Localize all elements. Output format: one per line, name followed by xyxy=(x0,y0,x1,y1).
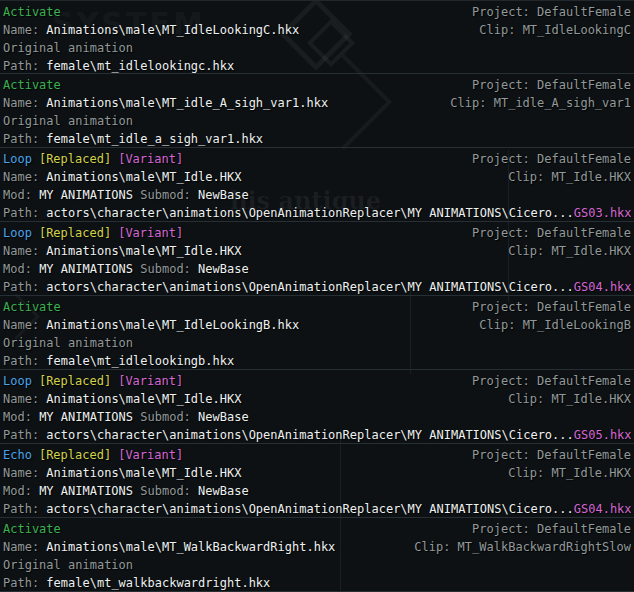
project-value: DefaultFemale xyxy=(537,226,631,240)
submod-label: Submod: xyxy=(133,484,198,498)
clip-value: MT_Idle.HKX xyxy=(552,244,631,258)
project-label: Project: xyxy=(472,522,537,536)
path-group: Path: female\mt_idlelookingb.hkx xyxy=(3,352,234,370)
event-group: Activate xyxy=(3,520,61,538)
path-group: Path: female\mt_idle_a_sigh_var1.hkx xyxy=(3,130,263,148)
log-entry: ActivateProject: DefaultFemale Name: Ani… xyxy=(0,296,634,370)
mod-value: MY ANIMATIONS xyxy=(39,188,133,202)
entry-name-row: Name: Animations\male\MT_IdleLookingC.hk… xyxy=(3,21,631,39)
clip-group: Clip: MT_Idle.HKX xyxy=(508,390,631,408)
mod-group: Mod: MY ANIMATIONS Submod: NewBase xyxy=(3,482,249,500)
event-type: Echo xyxy=(3,448,32,462)
event-group: Loop[Replaced][Variant] xyxy=(3,372,183,390)
entry-source-row: Original animation xyxy=(3,39,631,57)
clip-label: Clip: xyxy=(414,540,457,554)
entry-header-row: ActivateProject: DefaultFemale xyxy=(3,298,631,316)
source-text: Original animation xyxy=(3,114,133,128)
mod-group: Mod: MY ANIMATIONS Submod: NewBase xyxy=(3,260,249,278)
submod-value: NewBase xyxy=(198,188,249,202)
name-value: Animations\male\MT_IdleLookingB.hkx xyxy=(46,318,299,332)
clip-label: Clip: xyxy=(450,96,493,110)
name-group: Name: Animations\male\MT_IdleLookingB.hk… xyxy=(3,316,299,334)
event-group: Loop[Replaced][Variant] xyxy=(3,150,183,168)
entry-source-row: Original animation xyxy=(3,334,631,352)
clip-label: Clip: xyxy=(479,318,522,332)
name-label: Name: xyxy=(3,244,46,258)
path-label: Path: xyxy=(3,280,46,294)
path-value: actors\character\animations\OpenAnimatio… xyxy=(46,428,573,442)
name-value: Animations\male\MT_Idle.HKX xyxy=(46,244,241,258)
project-group: Project: DefaultFemale xyxy=(472,446,631,464)
tag-replaced: [Replaced] xyxy=(39,448,111,462)
project-group: Project: DefaultFemale xyxy=(472,224,631,242)
event-group: Activate xyxy=(3,3,61,21)
mod-group: Mod: MY ANIMATIONS Submod: NewBase xyxy=(3,186,249,204)
entry-source-row: Original animation xyxy=(3,556,631,574)
entry-path-row: Path: female\mt_idlelookingb.hkx xyxy=(3,352,631,370)
clip-value: MT_Idle.HKX xyxy=(552,466,631,480)
mod-label: Mod: xyxy=(3,262,39,276)
name-label: Name: xyxy=(3,540,46,554)
entry-header-row: Echo[Replaced][Variant]Project: DefaultF… xyxy=(3,446,631,464)
name-group: Name: Animations\male\MT_Idle.HKX xyxy=(3,464,241,482)
gs-file: GS04.hkx xyxy=(574,502,631,516)
entry-header-row: ActivateProject: DefaultFemale xyxy=(3,3,631,21)
clip-label: Clip: xyxy=(508,244,551,258)
submod-value: NewBase xyxy=(198,410,249,424)
name-value: Animations\male\MT_idle_A_sigh_var1.hkx xyxy=(46,96,328,110)
path-value: female\mt_idlelookingb.hkx xyxy=(46,354,234,368)
name-value: Animations\male\MT_WalkBackwardRight.hkx xyxy=(46,540,335,554)
clip-label: Clip: xyxy=(508,170,551,184)
path-value: female\mt_walkbackwardright.hkx xyxy=(46,576,270,590)
name-label: Name: xyxy=(3,318,46,332)
mod-group: Mod: MY ANIMATIONS Submod: NewBase xyxy=(3,408,249,426)
name-group: Name: Animations\male\MT_Idle.HKX xyxy=(3,168,241,186)
submod-label: Submod: xyxy=(133,262,198,276)
entry-mod-row: Mod: MY ANIMATIONS Submod: NewBase xyxy=(3,186,631,204)
source-text: Original animation xyxy=(3,336,133,350)
event-type: Activate xyxy=(3,78,61,92)
name-label: Name: xyxy=(3,23,46,37)
event-type: Loop xyxy=(3,152,32,166)
entry-name-row: Name: Animations\male\MT_Idle.HKXClip: M… xyxy=(3,464,631,482)
project-label: Project: xyxy=(472,300,537,314)
name-value: Animations\male\MT_IdleLookingC.hkx xyxy=(46,23,299,37)
project-group: Project: DefaultFemale xyxy=(472,3,631,21)
log-entry: ActivateProject: DefaultFemale Name: Ani… xyxy=(0,74,634,148)
tag-variant: [Variant] xyxy=(118,374,183,388)
project-group: Project: DefaultFemale xyxy=(472,76,631,94)
event-group: Loop[Replaced][Variant] xyxy=(3,224,183,242)
project-value: DefaultFemale xyxy=(537,78,631,92)
tag-replaced: [Replaced] xyxy=(39,152,111,166)
name-group: Name: Animations\male\MT_IdleLookingC.hk… xyxy=(3,21,299,39)
log-entry: Loop[Replaced][Variant]Project: DefaultF… xyxy=(0,222,634,296)
event-group: Activate xyxy=(3,298,61,316)
event-type: Activate xyxy=(3,5,61,19)
entry-path-row: Path: female\mt_walkbackwardright.hkx xyxy=(3,574,631,592)
mod-label: Mod: xyxy=(3,188,39,202)
entry-mod-row: Mod: MY ANIMATIONS Submod: NewBase xyxy=(3,482,631,500)
path-group: Path: female\mt_walkbackwardright.hkx xyxy=(3,574,270,592)
entry-name-row: Name: Animations\male\MT_idle_A_sigh_var… xyxy=(3,94,631,112)
path-label: Path: xyxy=(3,502,46,516)
path-group: Path: actors\character\animations\OpenAn… xyxy=(3,278,574,296)
entry-name-row: Name: Animations\male\MT_IdleLookingB.hk… xyxy=(3,316,631,334)
submod-label: Submod: xyxy=(133,410,198,424)
entry-path-row: Path: female\mt_idlelookingc.hkx xyxy=(3,57,631,74)
clip-value: MT_Idle.HKX xyxy=(552,392,631,406)
path-value: female\mt_idlelookingc.hkx xyxy=(46,59,234,73)
entry-path-row: Path: actors\character\animations\OpenAn… xyxy=(3,278,631,296)
animation-log-overlay: SYSTEM his antique ActivateProject: Defa… xyxy=(0,0,634,592)
name-label: Name: xyxy=(3,392,46,406)
entry-source-row: Original animation xyxy=(3,112,631,130)
entry-header-row: ActivateProject: DefaultFemale xyxy=(3,76,631,94)
project-value: DefaultFemale xyxy=(537,448,631,462)
entry-path-row: Path: actors\character\animations\OpenAn… xyxy=(3,204,631,222)
project-label: Project: xyxy=(472,152,537,166)
event-type: Loop xyxy=(3,374,32,388)
clip-group: Clip: MT_idle_A_sigh_var1 xyxy=(450,94,631,112)
project-label: Project: xyxy=(472,5,537,19)
entry-path-row: Path: actors\character\animations\OpenAn… xyxy=(3,426,631,444)
project-value: DefaultFemale xyxy=(537,522,631,536)
source-text: Original animation xyxy=(3,41,133,55)
